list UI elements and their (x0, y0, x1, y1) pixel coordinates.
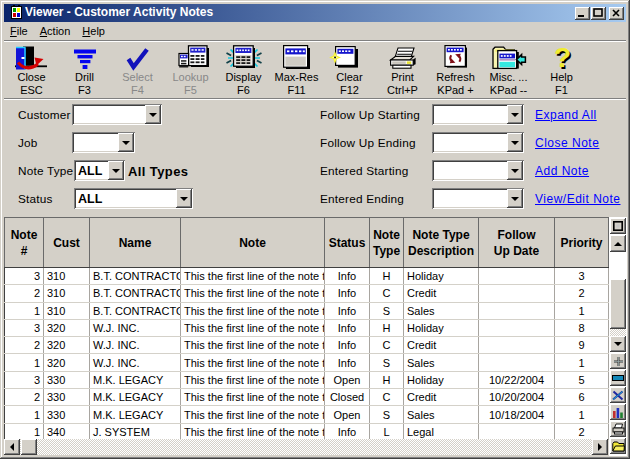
svg-text:?: ? (554, 45, 571, 71)
